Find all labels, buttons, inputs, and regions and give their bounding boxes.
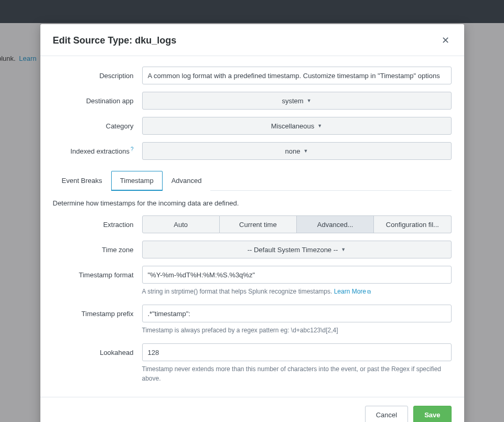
label-timestamp-format: Timestamp format [53,271,142,279]
cancel-button[interactable]: Cancel [365,406,408,422]
label-category: Category [53,122,142,130]
input-timestamp-format[interactable] [142,266,452,284]
row-indexed-extractions: Indexed extractions? none ▼ [53,142,452,160]
row-destination-app: Destination app system ▼ [53,92,452,110]
label-lookahead: Lookahead [53,349,142,356]
help-timestamp-prefix: Timestamp is always prefaced by a regex … [142,326,452,335]
tabs: Event Breaks Timestamp Advanced [53,170,452,191]
row-timezone: Time zone -- Default System Timezone -- … [53,241,452,258]
label-description: Description [53,72,142,80]
tab-event-breaks[interactable]: Event Breaks [53,171,111,191]
segmented-extraction: Auto Current time Advanced... Configurat… [142,215,452,233]
group-timestamp-format: Timestamp format A string in strptime() … [53,266,452,296]
edit-sourcetype-modal: Edit Source Type: dku_logs ✕ Description… [40,24,464,422]
label-indexed-extractions: Indexed extractions? [53,146,142,155]
group-timestamp-prefix: Timestamp prefix Timestamp is always pre… [53,305,452,335]
seg-auto[interactable]: Auto [142,215,220,233]
tab-description: Determine how timestamps for the incomin… [53,199,452,207]
learn-more-link[interactable]: Learn More⧉ [334,288,371,295]
input-timestamp-prefix[interactable] [142,305,452,322]
input-description[interactable] [142,67,452,84]
dropdown-indexed-extractions-value: none [285,147,301,155]
label-timestamp-prefix: Timestamp prefix [53,310,142,318]
caret-down-icon: ▼ [304,148,308,154]
dropdown-category-value: Miscellaneous [271,122,314,130]
row-lookahead: Lookahead [53,343,452,361]
dropdown-category[interactable]: Miscellaneous ▼ [142,117,452,135]
label-timezone: Time zone [53,246,142,254]
row-description: Description [53,67,452,84]
modal-overlay: Edit Source Type: dku_logs ✕ Description… [0,23,504,422]
close-icon[interactable]: ✕ [439,34,452,47]
save-button[interactable]: Save [413,406,451,422]
modal-header: Edit Source Type: dku_logs ✕ [40,24,464,56]
modal-footer: Cancel Save [40,397,464,422]
dropdown-destination-app-value: system [282,97,303,105]
dropdown-indexed-extractions[interactable]: none ▼ [142,142,452,160]
label-extraction: Extraction [53,221,142,229]
row-timestamp-format: Timestamp format [53,266,452,284]
group-lookahead: Lookahead Timestamp never extends more t… [53,343,452,383]
caret-down-icon: ▼ [317,123,322,128]
modal-body: Description Destination app system ▼ Cat… [40,56,464,397]
dropdown-destination-app[interactable]: system ▼ [142,92,452,110]
external-link-icon: ⧉ [367,289,371,295]
help-lookahead: Timestamp never extends more than this n… [142,364,452,383]
input-lookahead[interactable] [142,343,452,361]
dropdown-timezone[interactable]: -- Default System Timezone -- ▼ [142,241,452,258]
help-icon[interactable]: ? [131,146,134,152]
tab-advanced[interactable]: Advanced [163,171,211,191]
caret-down-icon: ▼ [307,98,312,103]
app-top-bar [0,0,504,23]
row-timestamp-prefix: Timestamp prefix [53,305,452,322]
caret-down-icon: ▼ [341,247,346,252]
seg-config-file[interactable]: Configuration fil... [374,215,451,233]
seg-advanced[interactable]: Advanced... [297,215,374,233]
modal-title: Edit Source Type: dku_logs [53,35,177,46]
row-extraction: Extraction Auto Current time Advanced...… [53,215,452,233]
dropdown-timezone-value: -- Default System Timezone -- [248,246,338,254]
label-destination-app: Destination app [53,97,142,105]
help-timestamp-format: A string in strptime() format that helps… [142,287,452,296]
seg-current-time[interactable]: Current time [220,215,297,233]
tab-timestamp[interactable]: Timestamp [111,171,163,191]
row-category: Category Miscellaneous ▼ [53,117,452,135]
